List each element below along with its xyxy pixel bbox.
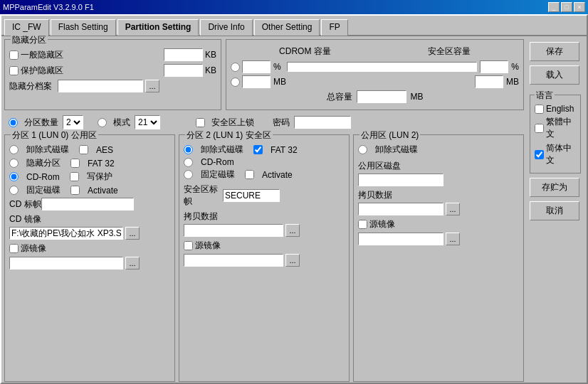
p1-hidden-radio[interactable] xyxy=(9,159,19,168)
tab-fp[interactable]: FP xyxy=(321,19,347,36)
p2-safe-input[interactable] xyxy=(223,189,280,202)
p1-browse-btn[interactable]: ... xyxy=(125,227,140,240)
p2-activate-checkbox[interactable] xyxy=(245,170,254,179)
p1-cdimage-label: CD 镜像 xyxy=(9,214,41,224)
cdrom-slider[interactable] xyxy=(287,62,478,72)
minimize-button[interactable]: _ xyxy=(548,2,560,12)
tab-drive-info[interactable]: Drive Info xyxy=(200,19,252,36)
normal-hidden-input[interactable] xyxy=(164,48,203,61)
cdrom-mb-radio[interactable] xyxy=(231,78,240,87)
p1-cdlabel-text: CD 标帜 xyxy=(9,198,41,210)
pub-mirror-checkbox[interactable] xyxy=(358,220,367,229)
safe-title: 安全区容量 xyxy=(428,46,471,58)
p2-safe-label: 安全区标帜 xyxy=(184,183,223,208)
p1-fat32-checkbox[interactable] xyxy=(70,159,80,168)
mb-label1: MB xyxy=(273,77,286,87)
protect-hidden-checkbox[interactable] xyxy=(9,66,19,75)
partition2-section: 分区 2 (LUN 1) 安全区 卸除式磁碟 FAT 32 CD-Rom xyxy=(179,134,350,382)
p1-mirror-input[interactable] xyxy=(9,257,123,270)
p1-cdimage-input[interactable] xyxy=(9,227,123,240)
protect-hidden-input[interactable] xyxy=(164,64,203,77)
p1-aes-checkbox[interactable] xyxy=(79,145,88,154)
p2-cdrom-radio[interactable] xyxy=(184,158,193,167)
tab-partition-setting[interactable]: Partition Setting xyxy=(117,19,199,36)
p1-fixed-radio[interactable] xyxy=(9,186,19,195)
cdrom-mb-input[interactable] xyxy=(242,75,271,88)
p1-mirror-browse-btn[interactable]: ... xyxy=(125,257,140,270)
mode-radio[interactable] xyxy=(98,118,107,127)
part-count-select[interactable]: 2 xyxy=(63,115,83,129)
mb-label2: MB xyxy=(506,77,519,87)
p2-remove-label: 卸除式磁碟 xyxy=(201,144,243,156)
window-title: MPParamEdit V3.2.9.0 F1 xyxy=(3,3,94,11)
part-count-radio[interactable] xyxy=(9,118,18,127)
pub-mirror-browse-btn[interactable]: ... xyxy=(446,233,460,245)
p1-aes-label: AES xyxy=(96,145,113,155)
pub-disk-label: 公用区磁盘 xyxy=(358,161,401,171)
p1-cdrom-label: CD-Rom xyxy=(26,172,60,182)
english-checkbox[interactable] xyxy=(535,105,544,114)
p2-remove-radio[interactable] xyxy=(184,145,193,154)
traditional-checkbox[interactable] xyxy=(535,124,544,133)
p1-mirror-checkbox[interactable] xyxy=(9,244,19,253)
save-as-button[interactable]: 存贮为 xyxy=(530,178,579,197)
tab-other-setting[interactable]: Other Setting xyxy=(254,19,320,36)
p2-fat32-checkbox[interactable] xyxy=(253,145,263,154)
cdrom-percent-radio[interactable] xyxy=(231,63,240,72)
p2-fixed-radio[interactable] xyxy=(184,170,193,179)
password-input[interactable] xyxy=(294,116,351,129)
p1-writeprot-checkbox[interactable] xyxy=(70,172,79,181)
public-area-section: 公用区 (LUN 2) 卸除式磁碟 公用区磁盘 xyxy=(353,134,524,382)
p1-activate-label: Activate xyxy=(88,186,118,196)
pub-remove-radio[interactable] xyxy=(358,145,367,154)
pub-browse-btn[interactable]: ... xyxy=(446,203,460,215)
title-bar-buttons: _ □ × xyxy=(548,2,585,12)
cdrom-percent-input[interactable] xyxy=(242,60,271,73)
simplified-checkbox[interactable] xyxy=(535,150,544,159)
partition1-section: 分区 1 (LUN 0) 公用区 卸除式磁碟 AES 隐藏分区 FA xyxy=(4,134,175,382)
normal-hidden-checkbox[interactable] xyxy=(9,50,19,60)
title-bar: MPParamEdit V3.2.9.0 F1 _ □ × xyxy=(0,0,588,14)
p1-fixed-label: 固定磁碟 xyxy=(26,184,61,196)
percent-label1: % xyxy=(273,62,281,72)
main-window: IC _FW Flash Setting Partition Setting D… xyxy=(0,14,588,384)
cdrom-section: CDROM 容量 安全区容量 % % MB xyxy=(226,39,524,110)
p2-copydata-label: 拷贝数据 xyxy=(184,211,218,221)
p2-mirror-input[interactable] xyxy=(184,254,283,267)
public-area-title: 公用区 (LUN 2) xyxy=(359,129,420,142)
kb-label2: KB xyxy=(205,65,216,75)
p1-remove-radio[interactable] xyxy=(9,145,19,154)
normal-hidden-label: 一般隐藏区 xyxy=(21,49,63,61)
cancel-button[interactable]: 取消 xyxy=(530,201,579,220)
save-button[interactable]: 保存 xyxy=(530,42,579,61)
p1-activate-checkbox[interactable] xyxy=(70,186,80,195)
p1-cdlabel-input[interactable] xyxy=(41,198,134,210)
pub-mirror-input[interactable] xyxy=(358,233,443,245)
tab-ic-fw[interactable]: IC _FW xyxy=(4,19,49,36)
partition1-title: 分区 1 (LUN 0) 公用区 xyxy=(11,129,98,142)
pub-copydata-input[interactable] xyxy=(358,203,443,215)
pub-copydata-label: 拷贝数据 xyxy=(358,190,392,200)
kb-label1: KB xyxy=(205,50,216,60)
english-label: English xyxy=(546,104,574,114)
hidden-file-label: 隐藏分档案 xyxy=(9,80,52,92)
safe-lock-checkbox[interactable] xyxy=(196,118,205,127)
p2-copydata-input[interactable] xyxy=(184,224,283,237)
p2-mirror-checkbox[interactable] xyxy=(184,241,193,250)
p1-cdrom-radio[interactable] xyxy=(9,172,19,181)
close-button[interactable]: × xyxy=(574,2,585,12)
p2-mirror-label: 源镜像 xyxy=(195,240,221,252)
pub-disk-input[interactable] xyxy=(358,174,443,186)
tab-flash-setting[interactable]: Flash Setting xyxy=(51,19,116,36)
p2-mirror-browse-btn[interactable]: ... xyxy=(285,254,300,267)
p1-remove-label: 卸除式磁碟 xyxy=(26,144,69,156)
mode-select[interactable]: 21 xyxy=(135,115,160,129)
safe-mb-input[interactable] xyxy=(475,75,503,88)
load-button[interactable]: 载入 xyxy=(530,65,579,85)
total-input[interactable] xyxy=(357,90,406,103)
hidden-file-browse-btn[interactable]: ... xyxy=(145,80,159,92)
p2-browse-btn[interactable]: ... xyxy=(285,224,300,237)
hidden-file-input[interactable] xyxy=(58,80,143,92)
maximize-button[interactable]: □ xyxy=(561,2,572,12)
safe-percent-input[interactable] xyxy=(480,60,508,73)
